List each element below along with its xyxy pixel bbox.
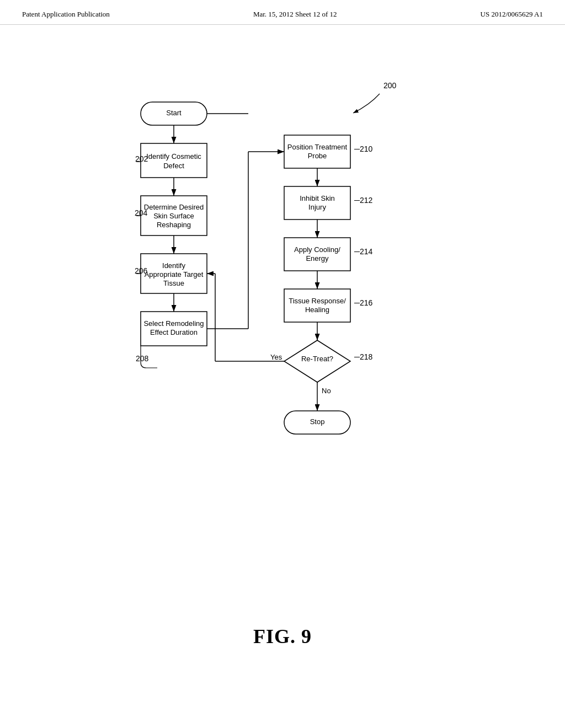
node-208-text2: Effect Duration [150,328,198,336]
node-210-text1: Position Treatment [287,143,348,151]
node-216-text2: Healing [305,306,329,314]
node-214-text1: Apply Cooling/ [294,245,340,254]
page-header: Patent Application Publication Mar. 15, … [0,0,565,25]
header-left: Patent Application Publication [22,10,110,19]
ref-218: ─218 [354,352,372,361]
fig-label: FIG. 9 [253,625,312,648]
node-212-text1: Inhibit Skin [300,194,335,202]
node-202-text2: Defect [163,162,184,170]
node-214-text2: Energy [306,254,329,263]
diagram-area: 200 Start Identify Cosmetic Defect 202 D… [0,25,565,665]
node-204-text3: Reshaping [157,221,191,229]
node-218-text: Re-Treat? [301,355,333,363]
node-210-text2: Probe [308,152,327,160]
ref-200: 200 [383,81,397,90]
node-206-text2: Appropriate Target [145,270,204,279]
node-204-text1: Determine Desired [144,203,204,211]
yes-label: Yes [270,353,282,361]
ref-214: ─214 [354,247,372,256]
ref-208: 208 [136,354,149,363]
header-right: US 2012/0065629 A1 [481,10,543,19]
node-208-text1: Select Remodeling [143,319,204,328]
start-label: Start [166,109,182,117]
header-middle: Mar. 15, 2012 Sheet 12 of 12 [253,10,337,19]
ref-216: ─216 [354,298,372,307]
node-204-text2: Skin Surface [153,212,194,220]
stop-label: Stop [310,417,325,426]
ref-210: ─210 [354,144,372,153]
ref-212: ─212 [354,196,372,205]
node-212-text2: Injury [308,203,326,211]
no-label: No [322,387,331,395]
node-206-text1: Identify [162,261,185,270]
node-216-text1: Tissue Response/ [289,297,346,305]
node-202-text1: Identify Cosmetic [146,152,201,160]
node-206-text3: Tissue [163,279,184,287]
